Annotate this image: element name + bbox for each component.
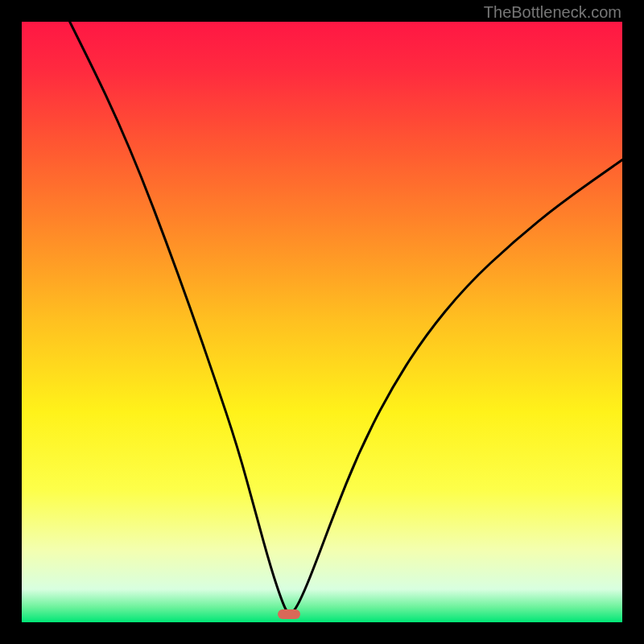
optimal-marker — [278, 609, 300, 619]
watermark-text: TheBottleneck.com — [484, 3, 621, 22]
plot-area — [22, 22, 622, 622]
bottleneck-curve — [22, 22, 622, 622]
chart-frame: TheBottleneck.com — [0, 0, 644, 644]
